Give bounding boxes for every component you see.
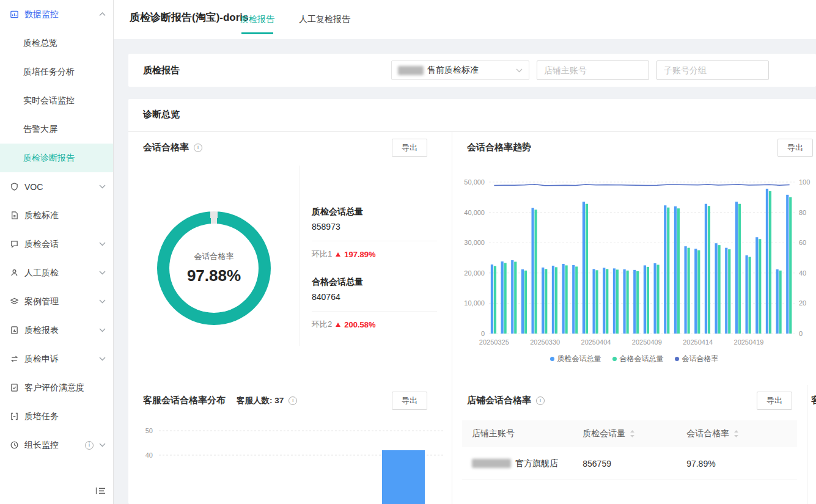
- sort-icon[interactable]: [733, 430, 739, 437]
- section-title: 诊断总览: [143, 109, 180, 120]
- sidebar-item-label: 质检诊断报告: [23, 153, 106, 164]
- compare-label: 环比1: [312, 249, 332, 260]
- table-header-shop: 店铺主账号: [462, 428, 583, 439]
- shop-name: 官方旗舰店: [515, 458, 558, 469]
- svg-text:0: 0: [799, 330, 803, 337]
- stat-value: 858973: [312, 222, 437, 232]
- info-icon[interactable]: [536, 396, 545, 405]
- card-title: 客服会话合格率分布: [143, 395, 226, 406]
- export-button[interactable]: 导出: [777, 139, 813, 157]
- sidebar-item-qc-report-table[interactable]: 质检报表: [0, 316, 113, 345]
- compare-row: 环比1 197.89%: [312, 241, 437, 260]
- sidebar-item-label: 客户评价满意度: [24, 382, 106, 393]
- page-header: 质检诊断报告(淘宝)-doris 质检报告 人工复检报告: [114, 0, 816, 39]
- card-title: 会话合格率趋势: [467, 142, 531, 153]
- svg-text:50: 50: [145, 427, 153, 434]
- sidebar-item-label: 质检总览: [23, 38, 106, 49]
- chevron-down-icon: [516, 68, 523, 73]
- export-button[interactable]: 导出: [392, 392, 427, 410]
- shop-table: 店铺主账号 质检会话量 会话合格率: [462, 420, 797, 480]
- sidebar-item-alert-screen[interactable]: 告警大屏: [0, 115, 113, 144]
- chat-bubble-icon: [10, 239, 19, 249]
- tabs: 质检报告 人工复检报告: [240, 0, 350, 39]
- chevron-down-icon: [99, 184, 106, 189]
- table-header-volume[interactable]: 质检会话量: [583, 428, 686, 439]
- sidebar-item-qc-overview[interactable]: 质检总览: [0, 29, 113, 57]
- rise-triangle-icon: [336, 252, 340, 257]
- sidebar-item-case-management[interactable]: 案例管理: [0, 287, 113, 316]
- session-pass-rate-card: 会话合格率 导出 会话合格率 97.88% 质检会话总量 858973 环比1: [128, 131, 452, 385]
- svg-text:50,000: 50,000: [464, 178, 485, 186]
- sidebar-item-data-monitor[interactable]: 数据监控: [0, 0, 113, 29]
- subaccount-group-input[interactable]: [656, 60, 769, 80]
- layers-icon: [10, 297, 19, 306]
- svg-text:0: 0: [481, 330, 485, 337]
- donut-center: 会话合格率 97.88%: [169, 224, 259, 313]
- clock-icon: [10, 440, 19, 450]
- sidebar-item-label: VOC: [24, 182, 94, 192]
- export-button[interactable]: 导出: [757, 392, 792, 410]
- compare-label: 环比2: [312, 319, 332, 330]
- table-row[interactable]: 官方旗舰店 856759 97.89%: [462, 447, 797, 480]
- sidebar-item-qc-diagnostic-report[interactable]: 质检诊断报告: [0, 144, 113, 172]
- svg-text:40: 40: [799, 269, 806, 277]
- compare-value: 200.58%: [344, 320, 375, 329]
- sidebar-item-label: 组长监控: [24, 440, 79, 451]
- pass-rate-donut: 会话合格率 97.88%: [157, 211, 271, 325]
- sidebar-item-realtime-session-monitor[interactable]: 实时会话监控: [0, 86, 113, 115]
- table-header-label: 质检会话量: [583, 428, 625, 439]
- card-title: 客: [811, 395, 816, 406]
- sidebar-item-qc-training-task[interactable]: 质培任务: [0, 402, 113, 431]
- info-icon[interactable]: [194, 144, 202, 152]
- table-header-label: 会话合格率: [686, 428, 729, 439]
- legend-label: 会话合格率: [682, 354, 719, 364]
- legend-dot-icon: [550, 357, 554, 361]
- sidebar-item-customer-satisfaction[interactable]: 客户评价满意度: [0, 373, 113, 402]
- sort-icon[interactable]: [630, 430, 635, 437]
- main-content: 质检诊断报告(淘宝)-doris 质检报告 人工复检报告 质检报告 售前质检标准…: [114, 0, 816, 504]
- donut-label: 会话合格率: [194, 251, 234, 262]
- shop-account-input[interactable]: [537, 60, 649, 80]
- page-title: 质检诊断报告(淘宝)-doris: [130, 10, 249, 24]
- tab-manual-recheck-report[interactable]: 人工复检报告: [299, 0, 350, 39]
- sidebar-item-manual-qc[interactable]: 人工质检: [0, 258, 113, 287]
- sidebar-item-qc-appeal[interactable]: 质检申诉: [0, 345, 113, 373]
- sidebar-item-qc-session[interactable]: 质检会话: [0, 230, 113, 258]
- legend-item[interactable]: 合格会话总量: [612, 354, 664, 364]
- person-icon: [10, 268, 19, 277]
- compare-row: 环比2 200.58%: [312, 311, 437, 330]
- sidebar-item-qc-standard[interactable]: 质检标准: [0, 201, 113, 230]
- info-icon[interactable]: [85, 441, 94, 450]
- sidebar: 数据监控 质检总览 质培任务分析 实时会话监控 告警大屏 质检诊断报告 VOC: [0, 0, 114, 504]
- pass-rate-stats: 质检会话总量 858973 环比1 197.89% 合格会话总量 840764 …: [312, 198, 437, 330]
- svg-text:10,000: 10,000: [464, 299, 485, 307]
- divider: [300, 166, 300, 346]
- svg-text:20250419: 20250419: [734, 338, 764, 346]
- legend-dot-icon: [675, 357, 679, 361]
- legend-item[interactable]: 会话合格率: [675, 354, 719, 364]
- sidebar-item-label: 质培任务分析: [23, 67, 106, 78]
- sidebar-item-label: 实时会话监控: [23, 95, 106, 106]
- filter-title: 质检报告: [143, 65, 180, 76]
- filter-controls: 售前质检标准: [391, 60, 769, 80]
- export-button[interactable]: 导出: [392, 139, 427, 157]
- legend-item[interactable]: 质检会话总量: [550, 354, 601, 364]
- qc-standard-select[interactable]: 售前质检标准: [391, 60, 529, 80]
- svg-text:30,000: 30,000: [464, 239, 485, 246]
- filter-card: 质检报告 售前质检标准: [128, 54, 816, 87]
- svg-text:20: 20: [799, 299, 806, 307]
- sidebar-item-label: 质培任务: [24, 411, 106, 422]
- tab-qc-report[interactable]: 质检报告: [240, 0, 274, 39]
- sidebar-item-voc[interactable]: VOC: [0, 172, 113, 201]
- legend-label: 合格会话总量: [620, 354, 664, 364]
- svg-text:20250409: 20250409: [632, 338, 662, 346]
- table-header-rate[interactable]: 会话合格率: [686, 428, 797, 439]
- info-icon[interactable]: [289, 396, 297, 405]
- collapse-sidebar-icon[interactable]: [95, 486, 106, 495]
- legend-dot-icon: [612, 357, 617, 361]
- svg-text:60: 60: [799, 239, 806, 246]
- sidebar-item-leader-monitor[interactable]: 组长监控: [0, 431, 113, 459]
- rate-cell: 97.89%: [686, 459, 797, 469]
- sidebar-item-label: 质检会话: [24, 239, 94, 250]
- sidebar-item-qc-training-analysis[interactable]: 质培任务分析: [0, 57, 113, 86]
